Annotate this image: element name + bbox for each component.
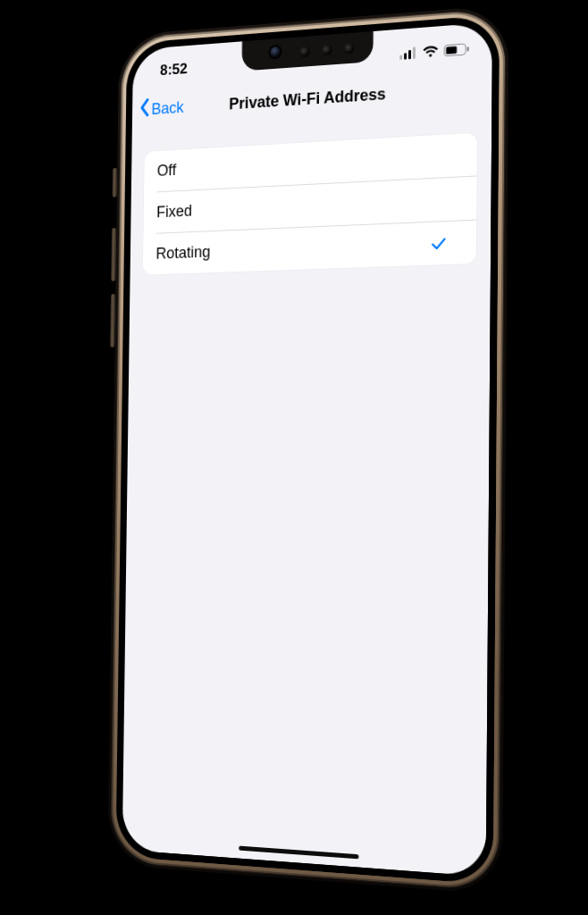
page-title: Private Wi-Fi Address [229, 85, 386, 113]
svg-rect-3 [413, 46, 416, 58]
svg-rect-5 [446, 46, 457, 54]
chevron-left-icon [139, 97, 150, 122]
wifi-icon [423, 45, 439, 57]
sensor-dot-icon [344, 43, 355, 55]
svg-rect-0 [399, 55, 402, 59]
svg-rect-4 [444, 43, 466, 55]
svg-rect-2 [408, 49, 411, 58]
cellular-icon [399, 46, 417, 60]
back-button[interactable]: Back [139, 96, 184, 122]
sensor-dot-icon [322, 45, 332, 56]
status-time: 8:52 [160, 60, 188, 80]
checkmark-icon [448, 198, 462, 199]
sensor-dot-icon [299, 46, 309, 57]
svg-rect-1 [404, 53, 407, 59]
checkmark-icon [430, 233, 462, 253]
phone-mockup: 8:52 [107, 4, 508, 894]
battery-icon [444, 43, 469, 56]
back-label: Back [151, 98, 183, 119]
front-camera-icon [270, 46, 280, 58]
options-group: Off Fixed Rotating [143, 132, 477, 274]
option-label: Rotating [155, 242, 223, 263]
svg-rect-6 [467, 46, 469, 51]
home-indicator[interactable] [239, 846, 358, 860]
option-label: Off [157, 161, 177, 180]
screen: 8:52 [122, 22, 492, 877]
